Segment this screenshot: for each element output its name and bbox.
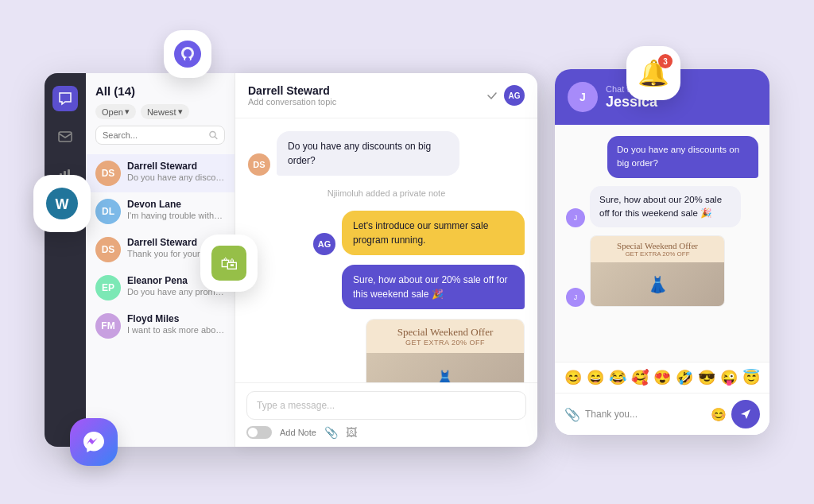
emoji-2[interactable]: 😂 (609, 369, 626, 386)
conv-list-title: All (14) (95, 84, 225, 98)
search-input[interactable] (103, 130, 206, 140)
conv-list-header: All (14) Open ▾ Newest ▾ (86, 73, 235, 151)
widget-offer-banner: Special Weekend Offer GET EXTRA 20% OFF (591, 236, 724, 262)
widget-input-area: 📎 😊 (555, 393, 769, 435)
widget-offer-card: Special Weekend Offer GET EXTRA 20% OFF … (590, 235, 725, 307)
bell-icon: 🔔 3 (626, 46, 680, 100)
chat-header-name: Darrell Steward (248, 84, 336, 97)
widget-msg-0: Do you have any discounts on big order? (607, 136, 758, 178)
conv-text-1: Devon Lane I'm having trouble with my pr… (127, 199, 225, 222)
conv-name-0: Darrell Steward (127, 161, 225, 172)
emoji-8[interactable]: 😇 (742, 369, 760, 386)
chatwoot-icon (164, 30, 211, 78)
chat-panel: Darrell Steward Add conversation topic A… (235, 73, 537, 447)
emoji-6[interactable]: 😎 (698, 369, 715, 386)
shopify-icon: 🛍 (200, 235, 258, 292)
svg-point-4 (185, 57, 190, 62)
widget-offer-subtitle: GET EXTRA 20% OFF (597, 250, 718, 258)
sidebar-dark (45, 73, 86, 447)
chat-input-tools: Add Note 📎 🖼 (246, 426, 526, 439)
chat-messages: DS Do you have any discounts on big orde… (235, 118, 537, 382)
private-note: Njiimoluh added a private note (248, 185, 525, 201)
chat-header-subtitle: Add conversation topic (248, 97, 336, 107)
filter-open[interactable]: Open ▾ (95, 104, 136, 119)
msg-row-0: DS Do you have any discounts on big orde… (248, 131, 525, 176)
avatar-darrell-0: DS (95, 161, 121, 186)
agent-avatar: AG (504, 85, 525, 106)
check-icon (486, 90, 498, 101)
send-icon (740, 409, 751, 420)
widget-send-button[interactable] (731, 400, 760, 428)
chat-input-box[interactable]: Type a message... (246, 391, 526, 420)
widget-attachment-icon[interactable]: 📎 (564, 407, 580, 422)
wordpress-icon: W (33, 175, 91, 232)
widget-input-box[interactable]: 📎 😊 (564, 400, 760, 428)
conv-filters: Open ▾ Newest ▾ (95, 104, 225, 119)
chat-input-placeholder: Type a message... (257, 400, 516, 411)
msg-avatar-agent-0: AG (313, 233, 335, 255)
offer-card: Special Weekend Offer GET EXTRA 20% OFF … (366, 319, 525, 382)
widget-input-field[interactable] (585, 409, 706, 420)
conv-name-4: Floyd Miles (127, 313, 225, 324)
avatar-darrell-2: DS (95, 237, 121, 262)
search-icon (209, 130, 218, 140)
msg-row-2: Let's introduce our summer sale program … (248, 211, 525, 255)
conv-item-0[interactable]: DS Darrell Steward Do you have any disco… (86, 154, 235, 192)
svg-rect-9 (59, 132, 72, 142)
msg-avatar-darrell: DS (248, 153, 270, 176)
emoji-bar: 😊 😄 😂 🥰 😍 🤣 😎 😜 😇 (555, 362, 769, 393)
msg-bubble-2: Let's introduce our summer sale program … (342, 211, 525, 255)
emoji-7[interactable]: 😜 (720, 369, 738, 386)
add-note-toggle[interactable] (246, 426, 272, 439)
emoji-5[interactable]: 🤣 (676, 369, 693, 386)
svg-text:W: W (56, 196, 69, 212)
offer-card-title: Special Weekend Offer (374, 326, 516, 339)
widget-emoji-icon[interactable]: 😊 (711, 407, 727, 422)
attachment-icon[interactable]: 📎 (324, 426, 338, 439)
widget-offer-title: Special Weekend Offer (597, 241, 718, 250)
avatar-eleanor: EP (95, 275, 121, 300)
toggle-knob (248, 428, 258, 437)
svg-point-3 (184, 49, 192, 57)
chat-header-info: Darrell Steward Add conversation topic (248, 84, 336, 107)
msg-bubble-0: Do you have any discounts on big order? (277, 131, 459, 176)
offer-card-image: 👗 (366, 353, 524, 382)
conv-text-0: Darrell Steward Do you have any discount… (127, 161, 225, 184)
add-note-label: Add Note (280, 428, 316, 437)
msg-bubble-3: Sure, how about our 20% sale off for thi… (342, 265, 525, 309)
conv-item-4[interactable]: FM Floyd Miles I want to ask more about … (86, 307, 235, 345)
offer-card-subtitle: GET EXTRA 20% OFF (374, 339, 516, 347)
conv-preview-1: I'm having trouble with my previous orde… (127, 210, 225, 222)
svg-text:🛍: 🛍 (220, 254, 238, 273)
widget-offer-image: 👗 (591, 262, 724, 306)
widget-offer-row: J Special Weekend Offer GET EXTRA 20% OF… (566, 235, 758, 307)
chat-header-actions: AG (486, 85, 525, 106)
avatar-floyd: FM (95, 313, 121, 339)
messenger-icon (70, 418, 118, 466)
sidebar-icon-chat[interactable] (52, 86, 78, 111)
filter-newest[interactable]: Newest ▾ (141, 104, 189, 119)
emoji-4[interactable]: 😍 (653, 369, 671, 386)
search-box[interactable] (95, 126, 225, 145)
chat-widget: J Chat with Jessica Do you have any disc… (555, 69, 769, 435)
emoji-1[interactable]: 😄 (587, 369, 604, 386)
conv-preview-4: I want to ask more about pricing! (127, 324, 225, 336)
chat-header: Darrell Steward Add conversation topic A… (235, 73, 537, 118)
emoji-0[interactable]: 😊 (564, 369, 582, 386)
offer-card-banner: Special Weekend Offer GET EXTRA 20% OFF (366, 320, 524, 353)
main-container: W 🛍 🔔 3 (0, 0, 814, 504)
widget-jessica-avatar: J (568, 82, 598, 112)
conv-items: DS Darrell Steward Do you have any disco… (86, 151, 235, 447)
widget-agent-avatar: J (566, 208, 585, 227)
widget-agent-avatar-2: J (566, 288, 585, 307)
conv-text-4: Floyd Miles I want to ask more about pri… (127, 313, 225, 336)
conv-preview-0: Do you have any discounts on big order? (127, 172, 225, 184)
image-icon[interactable]: 🖼 (346, 426, 357, 439)
conv-item-1[interactable]: DL Devon Lane I'm having trouble with my… (86, 192, 235, 231)
sidebar-icon-mail[interactable] (52, 124, 78, 149)
widget-msg-1: Sure, how about our 20% sale off for thi… (590, 186, 741, 228)
emoji-3[interactable]: 🥰 (631, 369, 649, 386)
conv-name-1: Devon Lane (127, 199, 225, 210)
avatar-devon: DL (95, 199, 121, 224)
panels-wrapper: All (14) Open ▾ Newest ▾ (45, 73, 537, 447)
